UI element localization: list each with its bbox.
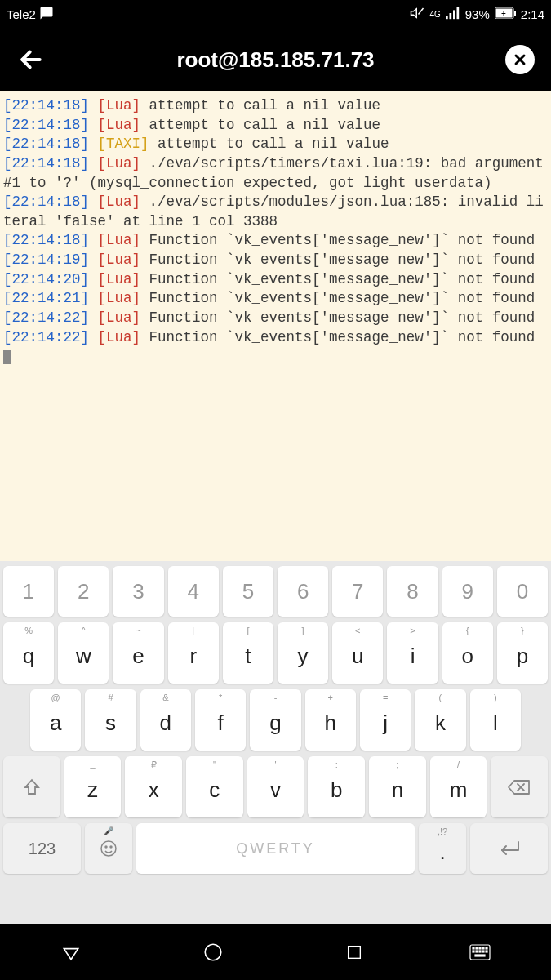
key-e[interactable]: ~e (113, 622, 163, 684)
svg-line-0 (419, 8, 424, 15)
key-w[interactable]: ^w (58, 622, 109, 684)
shift-key[interactable] (3, 756, 60, 817)
terminal-line: [22:14:18] [Lua] attempt to call a nil v… (3, 116, 548, 136)
key-o[interactable]: {o (442, 622, 493, 684)
key-7[interactable]: 7 (332, 566, 383, 617)
svg-rect-26 (476, 951, 478, 952)
nav-back-button[interactable] (51, 932, 91, 973)
nav-home-button[interactable] (193, 932, 233, 973)
key-g[interactable]: -g (250, 689, 300, 751)
keyboard: 1234567890 %q^w~e|r[t]y<u>i{o}p @a#s&d*f… (0, 561, 551, 924)
battery-label: 93% (465, 7, 490, 21)
svg-rect-28 (482, 951, 484, 952)
svg-rect-2 (449, 13, 451, 19)
svg-rect-29 (486, 951, 487, 952)
space-key[interactable]: QWERTY (136, 823, 415, 874)
period-key[interactable]: ,!? . (419, 823, 466, 874)
terminal-line: [22:14:18] [Lua] attempt to call a nil v… (3, 96, 548, 116)
svg-point-17 (205, 944, 221, 960)
svg-rect-30 (475, 955, 485, 956)
key-s[interactable]: #s (85, 689, 136, 751)
svg-rect-21 (476, 947, 478, 949)
terminal-line: [22:14:18] [Lua] ./eva/scripts/timers/ta… (3, 154, 548, 193)
terminal-cursor (3, 350, 11, 364)
terminal-line: [22:14:18] [Lua] Function `vk_events['me… (3, 231, 548, 251)
key-k[interactable]: (k (415, 689, 465, 751)
key-b[interactable]: :b (308, 756, 365, 817)
key-m[interactable]: /m (430, 756, 487, 817)
svg-rect-4 (456, 7, 459, 18)
svg-rect-23 (482, 947, 484, 949)
terminal-line: [22:14:18] [TAXI] attempt to call a nil … (3, 135, 548, 154)
svg-point-15 (105, 846, 107, 848)
backspace-key[interactable] (491, 756, 548, 817)
svg-rect-20 (473, 947, 474, 949)
key-3[interactable]: 3 (113, 566, 163, 617)
key-p[interactable]: }p (497, 622, 548, 684)
key-5[interactable]: 5 (223, 566, 273, 617)
svg-point-16 (110, 846, 112, 848)
svg-rect-18 (349, 947, 361, 959)
terminal-line: [22:14:22] [Lua] Function `vk_events['me… (3, 309, 548, 328)
symbols-key[interactable]: 123 (3, 823, 81, 874)
svg-rect-7 (514, 11, 516, 16)
close-button[interactable] (504, 43, 536, 76)
terminal-line: [22:14:22] [Lua] Function `vk_events['me… (3, 328, 548, 348)
key-z[interactable]: _z (64, 756, 122, 817)
battery-icon: + (495, 7, 516, 21)
svg-rect-3 (453, 10, 455, 19)
network-icon: 4G (429, 10, 440, 19)
page-title: root@185.185.71.73 (47, 47, 504, 73)
key-f[interactable]: *f (195, 689, 246, 751)
key-d[interactable]: &d (140, 689, 191, 751)
svg-rect-25 (473, 951, 474, 952)
key-a[interactable]: @a (30, 689, 81, 751)
terminal-line: [22:14:20] [Lua] Function `vk_events['me… (3, 270, 548, 290)
key-8[interactable]: 8 (387, 566, 438, 617)
terminal-output[interactable]: [22:14:18] [Lua] attempt to call a nil v… (0, 91, 551, 561)
nav-recent-button[interactable] (334, 932, 375, 973)
key-0[interactable]: 0 (497, 566, 548, 617)
key-9[interactable]: 9 (442, 566, 493, 617)
time-label: 2:14 (521, 7, 544, 21)
nav-keyboard-button[interactable] (460, 932, 500, 973)
key-n[interactable]: ;n (369, 756, 426, 817)
key-c[interactable]: "c (186, 756, 243, 817)
enter-key[interactable] (470, 823, 548, 874)
mute-icon (410, 6, 424, 23)
key-y[interactable]: ]y (278, 622, 328, 684)
key-x[interactable]: ₽x (125, 756, 182, 817)
svg-rect-27 (479, 951, 481, 952)
key-1[interactable]: 1 (3, 566, 54, 617)
key-h[interactable]: +h (305, 689, 356, 751)
back-button[interactable] (15, 43, 47, 76)
signal-icon (446, 7, 460, 22)
key-u[interactable]: <u (332, 622, 383, 684)
svg-text:+: + (501, 9, 506, 18)
key-6[interactable]: 6 (278, 566, 328, 617)
status-bar: Tele2 4G 93% + 2:14 (0, 0, 551, 28)
carrier-label: Tele2 (7, 7, 36, 21)
key-j[interactable]: =j (360, 689, 411, 751)
android-nav-bar (0, 924, 551, 980)
terminal-line: [22:14:19] [Lua] Function `vk_events['me… (3, 251, 548, 270)
emoji-key[interactable]: 🎤 (85, 823, 132, 874)
key-l[interactable]: )l (470, 689, 521, 751)
key-i[interactable]: >i (387, 622, 438, 684)
terminal-line: [22:14:21] [Lua] Function `vk_events['me… (3, 289, 548, 309)
key-4[interactable]: 4 (168, 566, 219, 617)
key-2[interactable]: 2 (58, 566, 109, 617)
svg-rect-24 (486, 947, 487, 949)
svg-point-14 (101, 841, 116, 856)
key-t[interactable]: [t (223, 622, 273, 684)
terminal-line: [22:14:18] [Lua] ./eva/scripts/modules/j… (3, 193, 548, 231)
key-v[interactable]: 'v (247, 756, 304, 817)
key-r[interactable]: |r (168, 622, 219, 684)
key-q[interactable]: %q (3, 622, 54, 684)
svg-rect-1 (446, 16, 448, 19)
app-header: root@185.185.71.73 (0, 28, 551, 91)
svg-rect-22 (479, 947, 481, 949)
notification-icon (39, 6, 54, 23)
